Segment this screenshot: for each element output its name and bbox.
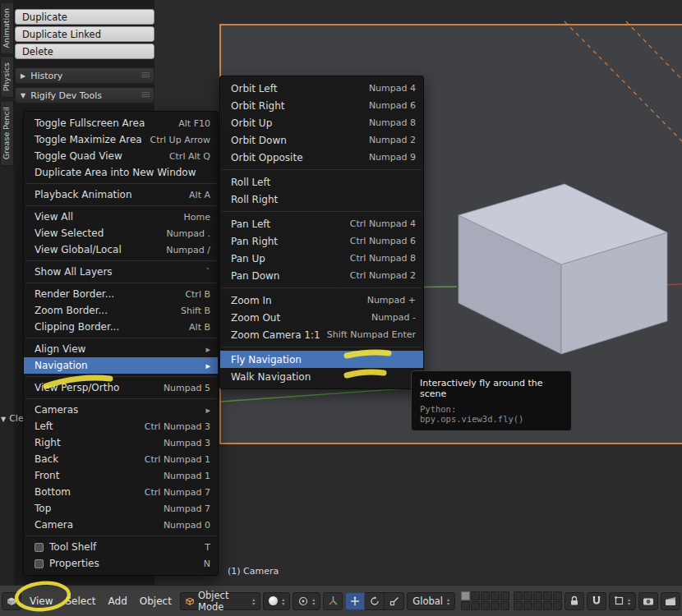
menu-item-shortcut: Shift Numpad Enter [327, 329, 416, 340]
header-menu-object[interactable]: Object [134, 592, 177, 610]
orientation-dropdown[interactable]: Global ▴▾ [407, 592, 455, 610]
editor-type-button[interactable] [2, 592, 21, 610]
nav-submenu-item-pan-down[interactable]: Pan DownCtrl Numpad 2 [220, 267, 423, 284]
mode-dropdown[interactable]: Object Mode ▴▾ [180, 592, 260, 610]
view-menu-item-left[interactable]: LeftCtrl Numpad 3 [24, 418, 218, 434]
snap-element-dropdown[interactable]: ▴▾ [609, 592, 636, 610]
view-menu-item-back[interactable]: BackCtrl Numpad 1 [24, 451, 218, 467]
layer-toggle[interactable] [471, 591, 480, 600]
nav-submenu-item-orbit-left[interactable]: Orbit LeftNumpad 4 [220, 80, 423, 97]
rotate-manipulator-button[interactable] [365, 592, 385, 610]
view-menu-item-tool-shelf[interactable]: Tool ShelfT [24, 539, 218, 555]
tool-shelf-tab-physics[interactable]: Physics [0, 56, 14, 98]
layer-toggle[interactable] [491, 601, 500, 610]
tool-shelf-tab-grease-pencil[interactable]: Grease Pencil [0, 100, 14, 166]
view-menu-item-cameras[interactable]: Cameras▸ [24, 402, 218, 418]
layer-toggle[interactable] [500, 591, 509, 600]
nav-submenu-item-orbit-opposite[interactable]: Orbit OppositeNumpad 9 [220, 149, 423, 166]
nav-submenu-item-roll-left[interactable]: Roll Left [220, 173, 423, 191]
layer-toggle[interactable] [533, 591, 542, 600]
triangle-down-icon: ▾ [312, 601, 315, 605]
view-menu-item-right[interactable]: RightNumpad 3 [24, 434, 218, 451]
header-menu-view[interactable]: View [24, 592, 58, 610]
nav-submenu-item-walk-navigation[interactable]: Walk Navigation [220, 368, 423, 385]
layer-toggle[interactable] [553, 601, 562, 610]
view-menu-item-camera[interactable]: CameraNumpad 0 [24, 517, 218, 533]
header-menu-select[interactable]: Select [59, 592, 101, 610]
view-menu-item-front[interactable]: FrontNumpad 1 [24, 467, 218, 484]
view-menu-item-render-border[interactable]: Render Border...Ctrl B [24, 286, 218, 302]
view-menu-item-top[interactable]: TopNumpad 7 [24, 500, 218, 517]
nav-submenu-item-orbit-down[interactable]: Orbit DownNumpad 2 [220, 131, 423, 149]
menu-item-label: Properties [49, 558, 99, 569]
layer-toggle[interactable] [471, 601, 480, 610]
view-menu-item-view-persp-ortho[interactable]: View Persp/OrthoNumpad 5 [24, 379, 218, 396]
view-menu-item-bottom[interactable]: BottomCtrl Numpad 7 [24, 484, 218, 500]
panel-grip-icon[interactable]: ⠿⠿ [141, 91, 149, 99]
view-menu-item-view-selected[interactable]: View SelectedNumpad . [24, 225, 218, 241]
layer-toggle[interactable] [553, 591, 562, 600]
view-menu-item-toggle-quad-view[interactable]: Toggle Quad ViewCtrl Alt Q [24, 148, 218, 164]
layer-toggle[interactable] [481, 601, 490, 610]
scale-manipulator-button[interactable] [385, 592, 404, 610]
layer-toggle[interactable] [533, 601, 542, 610]
menu-item-shortcut: Ctrl B [185, 289, 210, 300]
view-menu-item-align-view[interactable]: Align View▸ [24, 341, 218, 357]
context-menu-item-delete[interactable]: Delete [15, 44, 154, 59]
layer-toggle[interactable] [523, 601, 532, 610]
panel-grip-icon[interactable]: ⠿⠿ [141, 71, 149, 80]
panel-header-rigify-dev-tools[interactable]: ▼ Rigify Dev Tools ⠿⠿ [15, 87, 154, 103]
layer-toggle[interactable] [523, 591, 532, 600]
tool-shelf-tab-animation[interactable]: Animation [0, 2, 14, 54]
layer-toggle[interactable] [481, 591, 490, 600]
layer-toggle[interactable] [514, 591, 523, 600]
layer-toggle[interactable] [491, 591, 500, 600]
menu-item-label: Zoom In [231, 295, 272, 306]
nav-submenu-item-zoom-in[interactable]: Zoom InNumpad + [220, 292, 423, 309]
layer-toggle[interactable] [543, 591, 552, 600]
nav-submenu-item-fly-navigation[interactable]: Fly Navigation [220, 351, 423, 368]
view-menu-item-playback-animation[interactable]: Playback AnimationAlt A [24, 186, 218, 203]
nav-submenu-item-orbit-right[interactable]: Orbit RightNumpad 6 [220, 97, 423, 114]
layer-toggle[interactable] [461, 591, 470, 600]
view-menu-item-zoom-border[interactable]: Zoom Border...Shift B [24, 302, 218, 319]
triangle-down-icon: ▾ [447, 601, 449, 605]
view-menu-item-toggle-fullscreen-area[interactable]: Toggle Fullscreen AreaAlt F10 [24, 115, 218, 131]
layer-toggle[interactable] [500, 601, 509, 610]
menu-item-label: Top [35, 503, 51, 514]
layer-toggle[interactable] [543, 601, 552, 610]
view-menu-item-navigation[interactable]: Navigation▸ [24, 357, 218, 374]
view-menu-item-duplicate-area-into-new-window[interactable]: Duplicate Area into New Window [24, 164, 218, 181]
menu-item-label: Render Border... [35, 288, 114, 300]
context-menu-item-duplicate[interactable]: Duplicate [15, 9, 154, 25]
view-menu-item-show-all-layers[interactable]: Show All Layers` [24, 264, 218, 280]
view-menu-item-properties[interactable]: PropertiesN [24, 555, 218, 572]
viewport-shading-dropdown[interactable]: ▴▾ [263, 592, 290, 610]
context-menu-item-duplicate-linked[interactable]: Duplicate Linked [15, 26, 154, 42]
translate-manipulator-button[interactable] [345, 592, 365, 610]
menu-separator [25, 183, 216, 184]
nav-submenu-item-zoom-camera-1-1[interactable]: Zoom Camera 1:1Shift Numpad Enter [220, 326, 423, 343]
nav-submenu-item-pan-left[interactable]: Pan LeftCtrl Numpad 4 [220, 215, 423, 232]
nav-submenu-item-roll-right[interactable]: Roll Right [220, 191, 423, 208]
nav-submenu-item-pan-up[interactable]: Pan UpCtrl Numpad 8 [220, 250, 423, 267]
pivot-point-dropdown[interactable]: ▴▾ [293, 592, 320, 610]
snap-magnet-button[interactable] [587, 592, 606, 610]
panel-title: Rigify Dev Tools [30, 90, 102, 101]
render-image-button[interactable] [638, 592, 658, 610]
view-menu-item-clipping-border[interactable]: Clipping Border...Alt B [24, 319, 218, 335]
layer-toggle[interactable] [514, 601, 523, 610]
panel-header-history[interactable]: ▶ History ⠿⠿ [15, 67, 154, 84]
manipulator-toggle-button[interactable] [323, 592, 343, 610]
header-menu-add[interactable]: Add [103, 592, 133, 610]
layer-toggle[interactable] [461, 601, 470, 610]
view-menu-item-view-all[interactable]: View AllHome [24, 209, 218, 225]
lock-to-scene-button[interactable] [564, 592, 584, 610]
view-menu-item-toggle-maximize-area[interactable]: Toggle Maximize AreaCtrl Up Arrow [24, 131, 218, 148]
render-animation-button[interactable] [661, 592, 680, 610]
menu-item-shortcut: Ctrl Numpad 3 [145, 421, 210, 432]
nav-submenu-item-orbit-up[interactable]: Orbit UpNumpad 8 [220, 114, 423, 131]
nav-submenu-item-zoom-out[interactable]: Zoom OutNumpad - [220, 309, 423, 326]
view-menu-item-view-global-local[interactable]: View Global/LocalNumpad / [24, 241, 218, 258]
nav-submenu-item-pan-right[interactable]: Pan RightCtrl Numpad 6 [220, 232, 423, 250]
